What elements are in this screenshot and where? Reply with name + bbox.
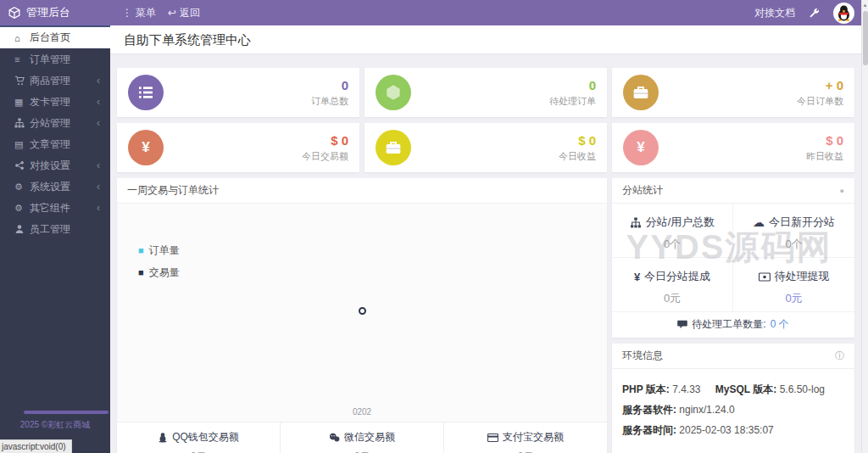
env-row-server-software: 服务器软件: nginx/1.24.0 — [622, 404, 844, 417]
legend-label: 订单量 — [149, 243, 180, 258]
cogs-icon: ⚙ — [14, 203, 30, 214]
environment-body: PHP 版本: 7.4.33 MySQL 版本: 5.6.50-log 服务器软… — [612, 369, 854, 437]
stat-card-yesterday-profit[interactable]: ¥ $ 0 昨日收益 — [612, 123, 854, 172]
env-value: 2025-02-03 18:35:07 — [679, 424, 773, 436]
home-icon: ⌂ — [14, 33, 30, 43]
stat-card-today-volume[interactable]: ¥ $ 0 今日交易额 — [117, 123, 359, 172]
sidebar-item-products[interactable]: 商品管理 ‹ — [0, 70, 110, 91]
qq-icon — [158, 432, 168, 443]
legend-item-volume[interactable]: ■ 交易量 — [138, 266, 180, 280]
cell-value: 0个 — [612, 237, 732, 252]
sidebar-item-api[interactable]: 对接设置 ‹ — [0, 155, 110, 176]
info-icon[interactable]: ⓘ — [835, 350, 844, 362]
cell-label: 分站/用户总数 — [612, 215, 732, 230]
chevron-left-icon: ‹ — [97, 159, 100, 171]
legend-item-orders[interactable]: ■ 订单量 — [138, 243, 180, 258]
pay-label-text: 微信交易额 — [344, 430, 395, 445]
cell-value: 0个 — [733, 237, 854, 252]
chart-x-tick-label: 0202 — [117, 407, 607, 417]
stat-card-pending-orders[interactable]: 0 待处理订单 — [364, 68, 607, 117]
docs-link[interactable]: 对接文档 — [754, 6, 795, 20]
weekly-chart-panel: 一周交易与订单统计 ■ 订单量 ■ 交易量 0202 — [117, 178, 607, 453]
env-label: PHP 版本: — [622, 383, 670, 395]
back-icon: ↩ — [168, 8, 176, 18]
env-label: 服务器时间: — [622, 424, 676, 436]
admin-dashboard: 管理后台 ⋮ 菜单 ↩ 返回 对接文档 — [0, 0, 868, 453]
cell-label: 待处理提现 — [733, 269, 854, 284]
stat-card-total-orders[interactable]: 0 订单总数 — [117, 68, 359, 117]
yen-icon: ¥ — [623, 130, 659, 165]
sidebar-item-label: 对接设置 — [30, 159, 70, 173]
stat-value: + 0 — [797, 78, 843, 92]
chevron-left-icon: ‹ — [97, 75, 100, 87]
sidebar-item-label: 文章管理 — [30, 137, 70, 152]
pending-tickets-row: 待处理工单数量: 0 个 — [612, 312, 854, 337]
stat-card-today-orders[interactable]: + 0 今日订单数 — [612, 68, 854, 117]
sidebar-item-label: 发卡管理 — [30, 95, 70, 109]
payment-totals-row: QQ钱包交易额 0元 微信交易额 0元 支付 — [117, 422, 607, 453]
sidebar-item-home[interactable]: ⌂ 后台首页 — [0, 27, 110, 48]
vertical-scrollbar[interactable]: ▲ — [861, 0, 868, 453]
pay-value: 0元 — [444, 450, 607, 453]
browser-status-bar: javascript:void(0) — [0, 439, 72, 453]
panel-tool-icon[interactable]: ● — [840, 187, 844, 195]
menu-toggle-button[interactable]: ⋮ 菜单 — [122, 6, 156, 20]
cube-icon — [8, 7, 20, 19]
stat-card-text: 0 订单总数 — [311, 78, 359, 108]
substation-pending-withdrawals: 待处理提现 0元 — [733, 258, 854, 312]
stat-card-today-profit[interactable]: $ 0 今日收益 — [364, 123, 607, 172]
cell-value: 0元 — [612, 291, 732, 306]
cell-label-text: 今日分站提成 — [644, 269, 710, 284]
substation-new-today: ☁ 今日新开分站 0个 — [733, 204, 854, 258]
topbar: 管理后台 ⋮ 菜单 ↩ 返回 对接文档 — [0, 0, 861, 25]
user-avatar[interactable] — [833, 3, 854, 24]
cube-icon — [376, 75, 411, 110]
scroll-up-icon[interactable]: ▲ — [862, 0, 868, 8]
back-button[interactable]: ↩ 返回 — [168, 6, 200, 20]
cell-value: 0元 — [733, 291, 854, 306]
env-value: 7.4.33 — [672, 383, 700, 395]
stat-label: 待处理订单 — [549, 95, 596, 108]
chevron-left-icon: ‹ — [97, 117, 100, 129]
main-content: 自助下单系统管理中心 0 订单总数 0 待处理订单 — [110, 25, 861, 453]
pay-value: 0元 — [117, 450, 280, 453]
legend-swatch: ■ — [138, 268, 144, 277]
sidebar-item-substations[interactable]: 分站管理 ‹ — [0, 113, 110, 133]
chart-panel-header: 一周交易与订单统计 — [117, 178, 607, 204]
sidebar-item-orders[interactable]: ≡ 订单管理 — [0, 49, 110, 70]
sitemap-icon — [14, 118, 30, 129]
stat-card-text: $ 0 今日收益 — [559, 133, 607, 163]
env-row-versions: PHP 版本: 7.4.33 MySQL 版本: 5.6.50-log — [622, 383, 844, 396]
pending-tickets-value: 0 个 — [771, 317, 789, 332]
sidebar: ⌂ 后台首页 ≡ 订单管理 商品管理 ‹ ▦ 发卡管理 ‹ 分站管理 ‹ ▤ 文… — [0, 25, 110, 453]
sidebar-item-label: 商品管理 — [30, 74, 70, 88]
environment-panel-header: 环境信息 ⓘ — [612, 344, 854, 369]
sidebar-item-label: 系统设置 — [30, 180, 70, 194]
cell-label-text: 待处理提现 — [775, 269, 830, 284]
sidebar-item-system[interactable]: ⚙ 系统设置 ‹ — [0, 176, 110, 197]
menu-icon: ⋮ — [122, 8, 132, 18]
wrench-icon[interactable] — [809, 8, 820, 19]
brand[interactable]: 管理后台 — [0, 5, 110, 20]
chevron-left-icon: ‹ — [97, 202, 100, 214]
brand-label: 管理后台 — [26, 5, 70, 20]
sidebar-item-label: 员工管理 — [30, 222, 70, 237]
stat-card-text: $ 0 今日交易额 — [302, 133, 359, 163]
sidebar-item-components[interactable]: ⚙ 其它组件 ‹ — [0, 198, 110, 218]
menu-label: 菜单 — [136, 6, 156, 20]
list-icon: ≡ — [14, 54, 30, 64]
gear-icon: ⚙ — [14, 182, 30, 193]
sidebar-item-articles[interactable]: ▤ 文章管理 — [0, 134, 110, 154]
cell-label: ☁ 今日新开分站 — [733, 215, 854, 230]
chevron-left-icon: ‹ — [97, 96, 100, 108]
share-nodes-icon — [14, 160, 30, 171]
legend-swatch: ■ — [138, 246, 144, 255]
wechat-icon — [329, 433, 340, 443]
wechat-total: 微信交易额 0元 — [280, 422, 443, 453]
chart-panel-title: 一周交易与订单统计 — [127, 183, 219, 198]
sidebar-item-staff[interactable]: 员工管理 — [0, 219, 110, 239]
chart-legend: ■ 订单量 ■ 交易量 — [138, 243, 180, 288]
article-icon: ▤ — [14, 139, 30, 150]
sidebar-item-cards[interactable]: ▦ 发卡管理 ‹ — [0, 92, 110, 112]
scrollbar-thumb[interactable] — [863, 11, 868, 65]
